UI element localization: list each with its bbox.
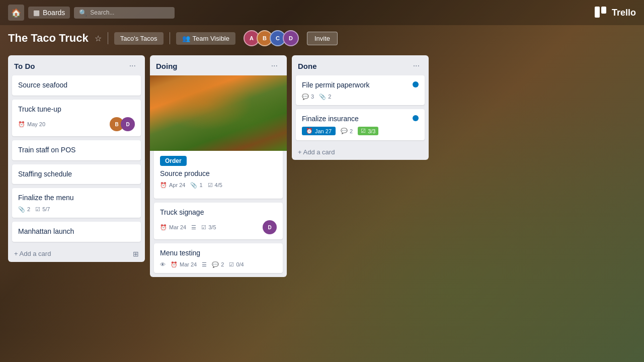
header-left: 🏠 ▦ Boards 🔍 Search... (8, 5, 591, 21)
check-icon (35, 206, 40, 213)
card-title: Truck signage (160, 208, 204, 216)
add-card-todo[interactable]: + Add a card ⊞ (8, 246, 145, 262)
card-train-staff[interactable]: Train staff on POS (12, 140, 141, 160)
board-content: To Do ··· Source seafood Truck tune-up M… (0, 51, 644, 362)
card-title: Manhattan launch (18, 227, 74, 235)
checklist-count: 5/7 (35, 206, 50, 213)
home-button[interactable]: 🏠 (8, 5, 24, 21)
list-todo-menu[interactable]: ··· (126, 60, 139, 71)
star-button[interactable]: ☆ (95, 34, 102, 43)
list-doing: Doing ··· Order Source produce Apr 24 (150, 55, 287, 277)
attach-count: 2 (18, 206, 30, 213)
comment-icon (302, 94, 309, 100)
card-meta: Jan 27 2 ☑ 3/3 (302, 127, 413, 135)
card-file-permit[interactable]: File permit paperwork 3 2 (296, 75, 425, 105)
attach-icon (18, 206, 25, 213)
order-label: Order (160, 156, 187, 166)
list-todo-header: To Do ··· (8, 55, 145, 75)
list-done-header: Done ··· (292, 55, 429, 75)
card-meta: Apr 24 1 4/5 (160, 182, 277, 189)
clock-icon (306, 128, 313, 134)
comment-count: 2 (212, 261, 224, 268)
board-title: The Taco Truck (8, 32, 89, 45)
workspace-button[interactable]: Taco's Tacos (114, 32, 164, 45)
card-title: Menu testing (160, 249, 200, 257)
team-visibility-button[interactable]: 👥 Team Visible (176, 32, 235, 45)
card-finalize-menu[interactable]: Finalize the menu 2 5/7 (12, 188, 141, 218)
trello-label: Trello (612, 8, 636, 18)
card-body: Order Source produce Apr 24 1 (154, 156, 283, 194)
list-doing-menu[interactable]: ··· (268, 60, 281, 71)
avatar-4[interactable]: D (283, 30, 299, 46)
trello-bar-right (601, 7, 606, 14)
list-done-menu[interactable]: ··· (410, 60, 423, 71)
image-overlay (150, 75, 287, 151)
card-meta: 2 5/7 (18, 206, 135, 213)
card-title: File permit paperwork (302, 81, 370, 89)
comment-icon (341, 128, 348, 134)
card-content: File permit paperwork 3 2 (302, 80, 413, 100)
card-avatars: D (263, 220, 277, 234)
card-title: Source seafood (18, 81, 67, 89)
clock-icon (171, 261, 178, 268)
due-date-blue: Jan 27 (302, 127, 336, 135)
add-card-done[interactable]: + Add a card (292, 144, 429, 160)
due-date: May 20 (18, 121, 45, 128)
comment-count: 3 (302, 94, 314, 100)
trello-logo: Trello (595, 7, 636, 19)
app-header: 🏠 ▦ Boards 🔍 Search... Trello (0, 0, 644, 25)
attach-icon (319, 94, 326, 100)
card-avatars: B D (110, 117, 135, 131)
desc-icon (191, 224, 196, 231)
clock-icon (160, 182, 167, 189)
card-manhattan-launch[interactable]: Manhattan launch (12, 222, 141, 242)
check-icon (201, 224, 206, 231)
boards-button[interactable]: ▦ Boards (28, 7, 70, 19)
search-placeholder: Search... (90, 9, 114, 16)
card-source-produce[interactable]: Order Source produce Apr 24 1 (154, 75, 283, 199)
card-image (150, 75, 287, 151)
list-done-title: Done (298, 62, 317, 70)
list-todo-cards: Source seafood Truck tune-up May 20 B D (8, 75, 145, 246)
checklist-count: 0/4 (229, 261, 244, 268)
checklist-green: ☑ 3/3 (358, 127, 378, 135)
card-title: Truck tune-up (18, 105, 61, 113)
clock-icon (160, 224, 167, 231)
card-title: Train staff on POS (18, 146, 75, 154)
watch-icon-item (160, 261, 166, 267)
card-avatar-2: D (121, 117, 135, 131)
attach-icon (190, 182, 197, 189)
boards-label: Boards (43, 9, 65, 17)
card-source-seafood[interactable]: Source seafood (12, 75, 141, 96)
clock-icon (18, 121, 25, 128)
description-icon (191, 224, 196, 231)
card-meta: Mar 24 3/5 D (160, 220, 277, 234)
list-done-cards: File permit paperwork 3 2 (292, 75, 429, 144)
card-avatar: D (263, 220, 277, 234)
card-staffing-schedule[interactable]: Staffing schedule (12, 164, 141, 185)
list-doing-cards: Order Source produce Apr 24 1 (150, 75, 287, 277)
boards-icon: ▦ (33, 9, 40, 17)
template-icon: ⊞ (133, 250, 139, 258)
header-divider-2 (170, 32, 170, 44)
attach-count: 2 (319, 94, 331, 100)
card-truck-tuneup[interactable]: Truck tune-up May 20 B D (12, 100, 141, 137)
invite-button[interactable]: Invite (307, 32, 338, 45)
header-right: Trello (595, 7, 636, 19)
trello-icon (595, 7, 609, 19)
board-header: The Taco Truck ☆ Taco's Tacos 👥 Team Vis… (0, 25, 644, 51)
list-doing-title: Doing (156, 62, 178, 70)
card-menu-testing[interactable]: Menu testing Mar 24 2 (154, 243, 283, 273)
blue-dot (413, 81, 419, 87)
blue-dot (413, 115, 419, 121)
list-todo: To Do ··· Source seafood Truck tune-up M… (8, 55, 145, 262)
check-icon (208, 182, 213, 189)
add-card-label: + Add a card (14, 250, 51, 257)
desc-icon (202, 261, 207, 268)
list-doing-header: Doing ··· (150, 55, 287, 75)
card-finalize-insurance[interactable]: Finalize insurance Jan 27 2 ☑ 3/3 (296, 109, 425, 141)
list-todo-title: To Do (14, 62, 35, 70)
due-date: Mar 24 (160, 224, 186, 231)
card-truck-signage[interactable]: Truck signage Mar 24 3/5 D (154, 203, 283, 240)
card-title: Source produce (160, 169, 277, 179)
